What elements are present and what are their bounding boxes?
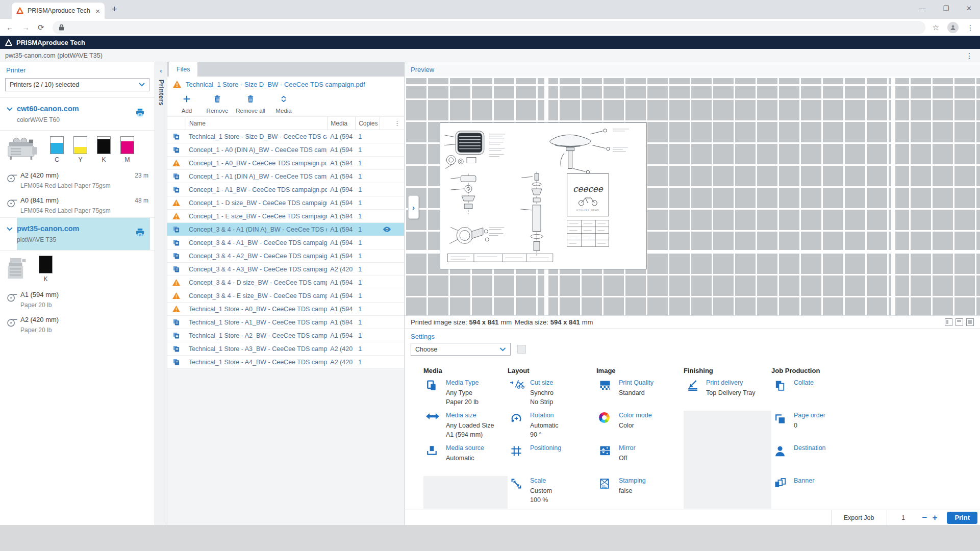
setting-item[interactable]: Page order0 — [771, 411, 875, 443]
window-close-icon[interactable]: ✕ — [966, 5, 972, 12]
increment-copies-button[interactable]: + — [929, 513, 940, 523]
person-icon — [950, 24, 956, 31]
file-row[interactable]: Concept_3 & 4 - E size_BW - CeeCee TDS c… — [167, 289, 404, 303]
toner-box — [50, 136, 64, 154]
column-name[interactable]: Name — [186, 117, 327, 130]
positioning-icon — [508, 443, 530, 476]
preview-canvas[interactable]: ceecee CYCLING GEAR — [405, 77, 980, 315]
file-row[interactable]: Concept_3 & 4 - D size_BW - CeeCee TDS c… — [167, 276, 404, 289]
remove-all-button[interactable]: Remove all — [233, 94, 268, 114]
setting-value: false — [619, 487, 646, 496]
collapse-panel-icon[interactable]: ‹ — [160, 62, 162, 80]
remove-button[interactable]: Remove — [202, 94, 233, 114]
setting-item[interactable]: Cut sizeSynchroNo Strip — [508, 378, 596, 411]
bookmark-star-icon[interactable]: ☆ — [933, 23, 939, 32]
file-row[interactable]: Concept_3 & 4 - A1_BW - CeeCee TDS campa… — [167, 236, 404, 249]
chevron-down-icon[interactable] — [2, 105, 17, 123]
setting-item[interactable]: Media TypeAny TypePaper 20 lb — [423, 378, 508, 411]
profile-avatar[interactable] — [947, 22, 959, 33]
printer-card-header[interactable]: cwt60-canon.comcolorWAVE T60 — [0, 98, 155, 130]
file-name: Technical_1 Store - A4_BW - CeeCee TDS c… — [186, 359, 327, 366]
printer-card-header[interactable]: pwt35-canon.complotWAVE T35 — [0, 217, 155, 250]
export-job-button[interactable]: Export Job — [832, 510, 887, 525]
setting-item[interactable]: Collate — [771, 378, 875, 411]
setting-item[interactable]: RotationAutomatic90 ° — [508, 411, 596, 443]
print-button[interactable]: Print — [947, 512, 977, 524]
setting-item[interactable]: Print deliveryTop Delivery Tray — [684, 378, 771, 411]
preview-eye-icon[interactable] — [380, 227, 394, 232]
file-copies: 1 — [355, 199, 380, 207]
decrement-copies-button[interactable]: − — [920, 513, 930, 523]
browser-tab[interactable]: PRISMAproduce Tech × — [12, 3, 105, 19]
file-row[interactable]: Concept_3 & 4 - A2_BW - CeeCee TDS campa… — [167, 249, 404, 263]
settings-group: FinishingPrint deliveryTop Delivery Tray — [684, 367, 771, 509]
settings-preset-select[interactable]: Choose — [411, 343, 511, 356]
view-toggle-icon[interactable] — [956, 318, 963, 326]
file-row[interactable]: Concept_3 & 4 - A3_BW - CeeCee TDS campa… — [167, 263, 404, 276]
settings-options-button[interactable] — [517, 345, 526, 354]
toner-box — [97, 136, 111, 154]
tab-files[interactable]: Files — [169, 62, 197, 77]
warning-icon — [167, 199, 186, 206]
printer-image — [6, 136, 39, 163]
table-menu-icon[interactable]: ⋮ — [394, 119, 404, 127]
chevron-down-icon[interactable] — [2, 224, 17, 243]
file-copies: 1 — [355, 173, 380, 180]
forward-icon[interactable]: → — [22, 23, 30, 32]
setting-item[interactable]: Stampingfalse — [596, 476, 684, 509]
media-size-unit: mm — [582, 318, 593, 326]
window-minimize-icon[interactable]: — — [919, 5, 925, 12]
file-row[interactable]: Technical_1 Store - A0_BW - CeeCee TDS c… — [167, 303, 404, 316]
add-button[interactable]: Add — [171, 94, 202, 114]
file-pages-icon — [167, 359, 186, 365]
toner-levels: CYKM — [50, 136, 134, 163]
file-row[interactable]: Concept_3 & 4 - A1 (DIN A)_BW - CeeCee T… — [167, 223, 404, 236]
setting-item[interactable]: Positioning — [508, 443, 596, 476]
file-row[interactable]: Concept_1 - A1_BW - CeeCee TDS campaign.… — [167, 183, 404, 196]
document-preview-sheet[interactable]: ceecee CYCLING GEAR — [440, 122, 647, 269]
setting-item[interactable]: Banner — [771, 476, 875, 509]
collate-icon — [771, 378, 794, 411]
file-row[interactable]: Concept_1 - A0_BW - CeeCee TDS campaign.… — [167, 157, 404, 170]
setting-item[interactable]: Print QualityStandard — [596, 378, 684, 411]
new-tab-button[interactable]: + — [112, 4, 117, 15]
setting-item[interactable]: Media sizeAny Loaded SizeA1 (594 mm) — [423, 411, 508, 443]
file-row[interactable]: Technical_1 Store - A1_BW - CeeCee TDS c… — [167, 316, 404, 329]
printer-selector[interactable]: Printers (2 / 10) selected — [5, 78, 149, 91]
file-row[interactable]: Concept_1 - D size_BW - CeeCee TDS campa… — [167, 196, 404, 210]
printer-image — [6, 256, 28, 283]
setting-item[interactable]: ScaleCustom100 % — [508, 476, 596, 509]
view-toggle-icon[interactable] — [945, 318, 952, 326]
file-row[interactable]: Technical_1 Store - Size D_BW - CeeCee T… — [167, 130, 404, 143]
tab-close-icon[interactable]: × — [95, 7, 100, 15]
window-maximize-icon[interactable]: ❐ — [943, 5, 949, 12]
setting-item[interactable]: Media sourceAutomatic — [423, 443, 508, 476]
column-media[interactable]: Media — [327, 117, 355, 130]
back-icon[interactable]: ← — [6, 23, 14, 32]
technical-drawing: ceecee CYCLING GEAR — [440, 123, 646, 269]
file-media: A1 (594 — [327, 213, 355, 220]
refresh-icon[interactable]: ⟳ — [38, 23, 44, 32]
file-row[interactable]: Technical_1 Store - A2_BW - CeeCee TDS c… — [167, 329, 404, 342]
setting-item[interactable]: MirrorOff — [596, 443, 684, 476]
file-media: A1 (594 — [327, 146, 355, 154]
setting-item[interactable]: Color modeColor — [596, 411, 684, 443]
setting-label: Print Quality — [619, 378, 654, 386]
file-row[interactable]: Concept_1 - A1 (DIN A)_BW - CeeCee TDS c… — [167, 170, 404, 183]
view-toggle-icon[interactable] — [966, 318, 974, 326]
copies-count[interactable]: 1 — [887, 514, 920, 521]
expand-files-panel-button[interactable]: › — [408, 195, 419, 219]
setting-item[interactable]: Destination — [771, 443, 875, 476]
column-copies[interactable]: Copies — [355, 117, 380, 130]
address-field[interactable] — [53, 21, 925, 34]
file-row[interactable]: Concept_1 - A0 (DIN A)_BW - CeeCee TDS c… — [167, 143, 404, 157]
file-row[interactable]: Technical_1 Store - A4_BW - CeeCee TDS c… — [167, 356, 404, 369]
browser-menu-icon[interactable]: ⋮ — [967, 23, 974, 32]
printer-card: cwt60-canon.comcolorWAVE T60CYKMA2 (420 … — [0, 98, 155, 217]
file-row[interactable]: Technical_1 Store - A3_BW - CeeCee TDS c… — [167, 342, 404, 356]
printer-model: colorWAVE T60 — [17, 116, 135, 123]
settings-group-title: Job Production — [771, 367, 875, 378]
media-toolbar-button[interactable]: Media — [268, 94, 299, 114]
file-row[interactable]: Concept_1 - E size_BW - CeeCee TDS campa… — [167, 210, 404, 223]
breadcrumb-menu-icon[interactable]: ⋮ — [966, 52, 975, 60]
